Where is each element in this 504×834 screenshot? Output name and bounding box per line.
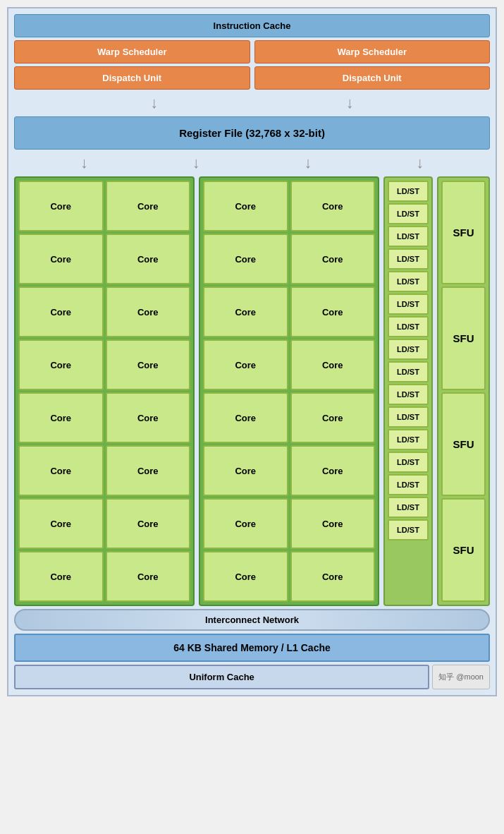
core-row-5: Core Core — [18, 392, 190, 443]
core2-2-2: Core — [290, 234, 376, 284]
core-1-2: Core — [106, 181, 191, 231]
core-row-8: Core Core — [18, 551, 190, 602]
ldst-6: LD/ST — [388, 294, 429, 315]
core-row-7: Core Core — [18, 498, 190, 549]
ldst-5: LD/ST — [388, 271, 429, 292]
core2-3-2: Core — [290, 286, 376, 337]
gpu-diagram: Instruction Cache Warp Scheduler Dispatc… — [7, 7, 497, 696]
uniform-cache: Uniform Cache — [14, 665, 429, 689]
core2-row-5: Core Core — [203, 392, 375, 443]
core2-6-1: Core — [203, 445, 288, 496]
core-section-2: Core Core Core Core Core Core Core Core … — [199, 176, 379, 606]
arrow-4: ↓ — [192, 154, 200, 172]
ldst-14: LD/ST — [388, 474, 429, 495]
core-row-2: Core Core — [18, 234, 190, 284]
ldst-7: LD/ST — [388, 316, 429, 337]
sfu-1: SFU — [441, 181, 486, 284]
ldst-15: LD/ST — [388, 497, 429, 518]
core2-8-2: Core — [290, 551, 376, 602]
sfu-3: SFU — [441, 392, 486, 496]
core2-6-2: Core — [290, 445, 376, 496]
core2-row-8: Core Core — [203, 551, 375, 602]
core-row-4: Core Core — [18, 339, 190, 390]
core-3-2: Core — [106, 286, 191, 337]
arrow-5: ↓ — [304, 154, 312, 172]
core-row-6: Core Core — [18, 445, 190, 496]
core-8-1: Core — [18, 551, 104, 602]
core-5-2: Core — [106, 392, 191, 443]
arrow-2: ↓ — [346, 94, 354, 112]
core-6-1: Core — [18, 445, 104, 496]
bottom-row: Uniform Cache 知乎 @moon — [14, 665, 490, 689]
core-1-1: Core — [18, 181, 104, 231]
ldst-11: LD/ST — [388, 406, 429, 428]
ldst-4: LD/ST — [388, 248, 429, 270]
warp-scheduler-right: Warp Scheduler — [254, 40, 491, 64]
ldst-12: LD/ST — [388, 429, 429, 450]
warp-scheduler-row: Warp Scheduler Dispatch Unit Warp Schedu… — [14, 40, 490, 90]
ldst-13: LD/ST — [388, 452, 429, 473]
core-4-2: Core — [106, 339, 191, 390]
core-8-2: Core — [106, 551, 191, 602]
ldst-section: LD/ST LD/ST LD/ST LD/ST LD/ST LD/ST LD/S… — [383, 176, 433, 606]
core-7-2: Core — [106, 498, 191, 549]
watermark: 知乎 @moon — [432, 665, 490, 689]
core2-row-4: Core Core — [203, 339, 375, 390]
register-file: Register File (32,768 x 32-bit) — [14, 116, 490, 150]
instruction-cache: Instruction Cache — [14, 14, 490, 37]
core-5-1: Core — [18, 392, 104, 443]
arrows-to-units: ↓ ↓ ↓ ↓ — [14, 152, 490, 174]
core-2-1: Core — [18, 234, 104, 284]
functional-area: Core Core Core Core Core Core Core Core … — [14, 176, 490, 606]
core2-7-2: Core — [290, 498, 376, 549]
arrows-dispatch: ↓ ↓ — [14, 92, 490, 114]
core2-5-2: Core — [290, 392, 376, 443]
core-7-1: Core — [18, 498, 104, 549]
core2-5-1: Core — [203, 392, 288, 443]
core2-3-1: Core — [203, 286, 288, 337]
ldst-9: LD/ST — [388, 361, 429, 382]
core-2-2: Core — [106, 234, 191, 284]
core2-7-1: Core — [203, 498, 288, 549]
core-4-1: Core — [18, 339, 104, 390]
sfu-4: SFU — [441, 498, 486, 602]
core2-8-1: Core — [203, 551, 288, 602]
ldst-8: LD/ST — [388, 339, 429, 360]
core-6-2: Core — [106, 445, 191, 496]
sfu-section: SFU SFU SFU SFU — [437, 176, 490, 606]
ldst-16: LD/ST — [388, 519, 429, 540]
core2-1-2: Core — [290, 181, 376, 231]
core2-row-7: Core Core — [203, 498, 375, 549]
shared-memory: 64 KB Shared Memory / L1 Cache — [14, 634, 490, 662]
core2-row-3: Core Core — [203, 286, 375, 337]
ldst-3: LD/ST — [388, 226, 429, 247]
sfu-2: SFU — [441, 286, 486, 390]
core-3-1: Core — [18, 286, 104, 337]
core2-4-2: Core — [290, 339, 376, 390]
core2-row-1: Core Core — [203, 181, 375, 231]
arrow-6: ↓ — [416, 154, 424, 172]
ldst-10: LD/ST — [388, 384, 429, 405]
core2-1-1: Core — [203, 181, 288, 231]
core2-2-1: Core — [203, 234, 288, 284]
dispatch-unit-right: Dispatch Unit — [254, 66, 491, 90]
arrow-3: ↓ — [80, 154, 88, 172]
right-half: Warp Scheduler Dispatch Unit — [254, 40, 491, 90]
arrow-1: ↓ — [150, 94, 158, 112]
ldst-1: LD/ST — [388, 181, 429, 202]
core-row-1: Core Core — [18, 181, 190, 231]
warp-scheduler-left: Warp Scheduler — [14, 40, 250, 64]
dispatch-unit-left: Dispatch Unit — [14, 66, 250, 90]
core2-row-6: Core Core — [203, 445, 375, 496]
core2-4-1: Core — [203, 339, 288, 390]
left-half: Warp Scheduler Dispatch Unit — [14, 40, 250, 90]
core-row-3: Core Core — [18, 286, 190, 337]
core-section-1: Core Core Core Core Core Core Core Core … — [14, 176, 195, 606]
ldst-2: LD/ST — [388, 203, 429, 224]
interconnect-network: Interconnect Network — [14, 609, 490, 631]
core2-row-2: Core Core — [203, 234, 375, 284]
